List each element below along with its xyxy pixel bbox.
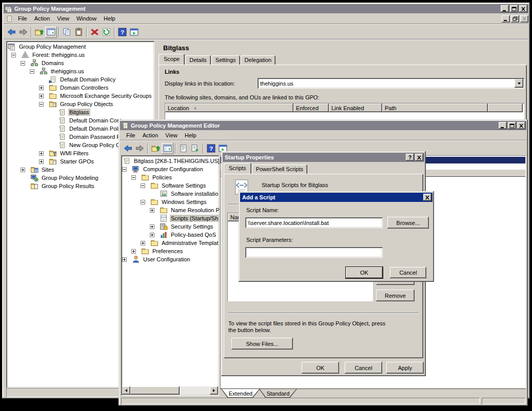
tree-item-user-configuration[interactable]: User Configuration bbox=[122, 255, 219, 263]
expand-icon[interactable] bbox=[150, 224, 154, 229]
maximize-button[interactable] bbox=[510, 5, 518, 12]
collapse-icon[interactable] bbox=[122, 167, 127, 172]
menu-view[interactable]: View bbox=[53, 14, 73, 23]
main-titlebar[interactable]: Group Policy Management bbox=[4, 4, 528, 13]
column-header-enforced[interactable]: Enforced bbox=[293, 104, 329, 112]
add-ok-button[interactable]: OK bbox=[346, 267, 383, 278]
tree-item-policy-based-qos[interactable]: Policy-based QoS bbox=[122, 231, 219, 239]
expand-icon[interactable] bbox=[39, 151, 44, 156]
tab-settings[interactable]: Settings bbox=[211, 55, 240, 65]
tree-item-group-policy-objects[interactable]: Group Policy Objects bbox=[7, 100, 154, 108]
up-toolbar-button[interactable] bbox=[150, 143, 162, 154]
export-toolbar-button[interactable] bbox=[189, 143, 201, 154]
editor-menu-file[interactable]: File bbox=[123, 131, 139, 140]
delete-toolbar-button[interactable] bbox=[89, 27, 101, 38]
tab-scripts[interactable]: Scripts bbox=[224, 163, 251, 174]
menu-action[interactable]: Action bbox=[31, 14, 54, 23]
startup-cancel-button[interactable]: Cancel bbox=[345, 362, 382, 374]
tree-item-preferences[interactable]: Preferences bbox=[122, 247, 219, 255]
expand-icon[interactable] bbox=[150, 233, 154, 237]
add-close-button[interactable] bbox=[423, 194, 431, 201]
column-header-blank[interactable] bbox=[488, 104, 523, 112]
script-name-input[interactable]: \\server.share.location\Install.bat bbox=[245, 217, 383, 228]
expand-icon[interactable] bbox=[141, 241, 145, 245]
column-header-path[interactable]: Path bbox=[382, 104, 488, 112]
tree-item-default-domain-policy[interactable]: Default Domain Policy bbox=[7, 75, 154, 84]
collapse-icon[interactable] bbox=[39, 102, 44, 107]
startup-dialog-titlebar[interactable]: Startup Properties ? bbox=[223, 153, 424, 162]
tab-extended[interactable]: Extended bbox=[221, 389, 260, 398]
tree-toolbar-button[interactable] bbox=[45, 27, 57, 38]
tree-item-windows-settings[interactable]: Windows Settings bbox=[122, 198, 219, 206]
tab-scope[interactable]: Scope bbox=[159, 54, 185, 65]
menu-help[interactable]: Help bbox=[100, 14, 119, 23]
back-toolbar-button[interactable] bbox=[122, 143, 134, 154]
editor-maximize-button[interactable] bbox=[508, 122, 516, 129]
expand-icon[interactable] bbox=[150, 208, 154, 213]
tree-item-bitglass-2k8-1-thehiggins-us-p[interactable]: Bitglass [2K8-1.THEHIGGINS.US] P bbox=[122, 157, 219, 165]
tree-item-thehiggins-us[interactable]: thehiggins.us bbox=[7, 67, 154, 75]
props-toolbar-button[interactable] bbox=[178, 143, 189, 154]
tab-powershell-scripts[interactable]: PowerShell Scripts bbox=[252, 165, 307, 174]
forward-toolbar-button[interactable] bbox=[134, 143, 146, 154]
collapse-icon[interactable] bbox=[30, 69, 34, 74]
mdi-restore-button[interactable] bbox=[511, 15, 519, 23]
show-files-button[interactable]: Show Files... bbox=[231, 338, 293, 350]
editor-menu-view[interactable]: View bbox=[162, 131, 181, 140]
paste-toolbar-button[interactable] bbox=[73, 27, 85, 38]
help-toolbar-button[interactable]: ? bbox=[116, 27, 128, 38]
minimize-button[interactable] bbox=[501, 5, 509, 12]
tree-item-microsoft-exchange-security-groups[interactable]: Microsoft Exchange Security Groups bbox=[7, 92, 154, 100]
editor-titlebar[interactable]: Group Policy Management Editor bbox=[120, 121, 526, 130]
expand-icon[interactable] bbox=[21, 168, 25, 172]
collapse-icon[interactable] bbox=[131, 175, 136, 180]
tree-item-administrative-templat[interactable]: Administrative Templat bbox=[122, 239, 219, 247]
scrollbar-track[interactable] bbox=[130, 386, 210, 395]
expand-icon[interactable] bbox=[39, 159, 44, 164]
help-toolbar-button[interactable]: ? bbox=[205, 143, 217, 154]
tree-item-computer-configuration[interactable]: Computer Configuration bbox=[122, 165, 219, 173]
collapse-icon[interactable] bbox=[141, 183, 145, 188]
startup-ok-button[interactable]: OK bbox=[302, 362, 339, 374]
mdi-close-button[interactable] bbox=[520, 15, 528, 23]
tree-item-software-installatio[interactable]: Software installatio bbox=[122, 190, 219, 198]
add-cancel-button[interactable]: Cancel bbox=[390, 267, 426, 278]
column-header-location[interactable]: Location▲ bbox=[165, 104, 293, 112]
combobox-dropdown-button[interactable] bbox=[515, 79, 523, 88]
tree-item-domain-controllers[interactable]: Domain Controllers bbox=[7, 84, 154, 92]
menu-window[interactable]: Window bbox=[73, 14, 100, 23]
forward-toolbar-button[interactable] bbox=[17, 27, 29, 38]
tree-item-bitglass[interactable]: Bitglass bbox=[7, 108, 154, 116]
collapse-icon[interactable] bbox=[11, 53, 16, 57]
tab-delegation[interactable]: Delegation bbox=[241, 55, 276, 65]
tree-item-name-resolution-p[interactable]: Name Resolution P bbox=[122, 206, 219, 214]
expand-icon[interactable] bbox=[131, 249, 136, 254]
window-toolbar-button[interactable] bbox=[128, 27, 140, 38]
location-combobox[interactable]: thehiggins.us bbox=[258, 78, 524, 89]
tree-toolbar-button[interactable] bbox=[162, 143, 173, 154]
startup-help-button[interactable]: ? bbox=[406, 154, 414, 161]
tree-item-policies[interactable]: Policies bbox=[122, 173, 219, 181]
up-toolbar-button[interactable] bbox=[33, 27, 45, 38]
copy-toolbar-button[interactable] bbox=[61, 27, 73, 38]
editor-menu-help[interactable]: Help bbox=[181, 131, 200, 140]
menu-file[interactable]: File bbox=[14, 14, 31, 23]
close-button[interactable] bbox=[519, 5, 527, 12]
tab-standard[interactable]: Standard bbox=[259, 389, 297, 398]
tree-item-software-settings[interactable]: Software Settings bbox=[122, 181, 219, 190]
mdi-minimize-button[interactable] bbox=[502, 15, 510, 23]
tree-item-scripts-startup-sh[interactable]: Scripts (Startup/Sh bbox=[122, 214, 219, 222]
tree-item-forest-thehiggins-us[interactable]: Forest: thehiggins.us bbox=[7, 51, 154, 59]
expand-icon[interactable] bbox=[122, 257, 127, 262]
editor-menu-action[interactable]: Action bbox=[139, 131, 162, 140]
collapse-icon[interactable] bbox=[21, 61, 25, 66]
tree-item-group-policy-management[interactable]: Group Policy Management bbox=[7, 43, 154, 51]
collapse-icon[interactable] bbox=[141, 200, 145, 204]
scroll-right-button[interactable] bbox=[210, 386, 218, 395]
script-params-input[interactable] bbox=[245, 247, 383, 258]
back-toolbar-button[interactable] bbox=[6, 27, 17, 38]
remove-button[interactable]: Remove bbox=[376, 290, 415, 301]
startup-close-button[interactable] bbox=[415, 154, 423, 161]
editor-minimize-button[interactable] bbox=[499, 122, 507, 129]
refresh-toolbar-button[interactable] bbox=[101, 27, 112, 38]
